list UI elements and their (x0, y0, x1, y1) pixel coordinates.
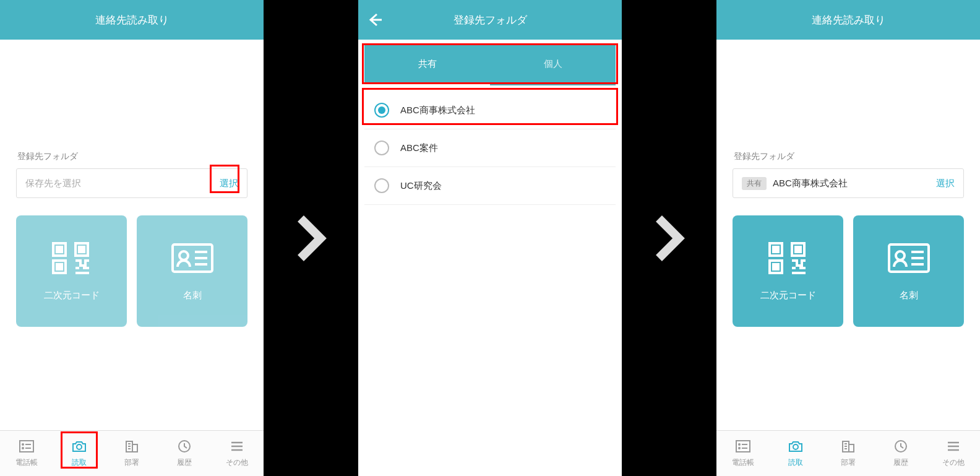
list-icon (19, 439, 35, 455)
nav-label: 読取 (72, 457, 87, 468)
svg-rect-3 (79, 247, 84, 252)
folder-field[interactable]: 共有 ABC商事株式会社 選択 (733, 168, 964, 198)
folder-item[interactable]: UC研究会 (364, 167, 616, 205)
shared-badge: 共有 (742, 177, 767, 190)
nav-history[interactable]: 履歴 (158, 431, 211, 476)
select-button[interactable]: 選択 (220, 178, 238, 189)
svg-rect-29 (796, 247, 801, 252)
qr-tile-label: 二次元コード (44, 290, 100, 301)
arrow-gap (622, 0, 716, 476)
nav-label: 部署 (841, 457, 856, 468)
building-icon (124, 439, 140, 455)
folder-label: ABC商事株式会社 (400, 105, 475, 116)
svg-point-12 (22, 444, 24, 445)
tab-shared[interactable]: 共有 (364, 45, 490, 85)
svg-point-14 (22, 448, 24, 449)
header: 登録先フォルダ (358, 0, 622, 40)
nav-label: 履歴 (177, 457, 192, 468)
page-title: 連絡先読み取り (95, 13, 169, 27)
radio-icon[interactable] (374, 178, 389, 193)
card-tile[interactable]: 名刺 (137, 215, 247, 327)
content: 共有 個人 ABC商事株式会社 ABC案件 UC研究会 (358, 40, 622, 476)
folder-section-label: 登録先フォルダ (716, 151, 980, 168)
chevron-right-icon (296, 214, 327, 263)
svg-point-7 (179, 251, 188, 260)
nav-label: その他 (226, 457, 248, 468)
scan-tiles: 二次元コード 名刺 (716, 198, 980, 327)
clock-icon (893, 439, 909, 455)
nav-label: 履歴 (893, 457, 908, 468)
folder-value: ABC商事株式会社 (773, 178, 930, 189)
scan-tiles: 二次元コード 名刺 (0, 198, 264, 327)
card-tile[interactable]: 名刺 (853, 215, 964, 327)
content: 登録先フォルダ 保存先を選択 選択 二次元コード (0, 40, 264, 430)
nav-other[interactable]: その他 (927, 431, 980, 476)
svg-rect-44 (849, 444, 854, 452)
qr-tile-label: 二次元コード (760, 290, 816, 301)
svg-point-40 (739, 448, 740, 449)
qr-icon (49, 241, 94, 277)
qr-tile[interactable]: 二次元コード (16, 215, 127, 327)
svg-rect-18 (132, 444, 137, 452)
folder-section-label: 登録先フォルダ (0, 151, 264, 168)
svg-point-42 (793, 444, 798, 449)
svg-point-33 (896, 251, 905, 260)
building-icon (840, 439, 856, 455)
qr-tile[interactable]: 二次元コード (733, 215, 843, 327)
page-title: 連絡先読み取り (812, 13, 885, 27)
svg-rect-5 (57, 264, 62, 269)
nav-label: 読取 (788, 457, 803, 468)
svg-point-16 (77, 444, 82, 449)
nav-contacts[interactable]: 電話帳 (0, 431, 53, 476)
nav-dept[interactable]: 部署 (105, 431, 158, 476)
radio-checked-icon[interactable] (374, 103, 389, 118)
bottom-nav: 電話帳 読取 部署 履歴 その他 (0, 430, 264, 476)
nav-label: 部署 (124, 457, 139, 468)
list-icon (735, 439, 751, 455)
back-button[interactable] (367, 12, 383, 28)
folder-item[interactable]: ABC商事株式会社 (364, 92, 616, 129)
nav-scan[interactable]: 読取 (769, 431, 822, 476)
clock-icon (176, 439, 192, 455)
arrow-gap (264, 0, 358, 476)
camera-icon (71, 439, 87, 455)
bottom-nav: 電話帳 読取 部署 履歴 その他 (716, 430, 980, 476)
screen-result: 連絡先読み取り 登録先フォルダ 共有 ABC商事株式会社 選択 二次元コード (716, 0, 980, 476)
nav-contacts[interactable]: 電話帳 (716, 431, 769, 476)
screen-folders: 登録先フォルダ 共有 個人 ABC商事株式会社 ABC案件 UC研究会 (358, 0, 622, 476)
id-card-icon (887, 241, 931, 277)
nav-label: 電話帳 (732, 457, 754, 468)
svg-rect-11 (20, 441, 33, 452)
svg-point-38 (739, 444, 740, 445)
svg-rect-37 (736, 441, 750, 452)
folder-tabs: 共有 個人 (364, 45, 616, 85)
menu-icon (229, 439, 245, 455)
nav-history[interactable]: 履歴 (875, 431, 927, 476)
folder-field[interactable]: 保存先を選択 選択 (16, 168, 247, 198)
tab-personal[interactable]: 個人 (490, 45, 616, 85)
nav-other[interactable]: その他 (211, 431, 264, 476)
chevron-right-icon (654, 214, 685, 263)
nav-dept[interactable]: 部署 (822, 431, 874, 476)
nav-scan[interactable]: 読取 (53, 431, 105, 476)
svg-rect-1 (57, 247, 62, 252)
folder-item[interactable]: ABC案件 (364, 129, 616, 167)
folder-label: ABC案件 (400, 142, 438, 154)
radio-icon[interactable] (374, 141, 389, 155)
folder-placeholder: 保存先を選択 (25, 178, 213, 189)
content: 登録先フォルダ 共有 ABC商事株式会社 選択 二次元コード (716, 40, 980, 430)
svg-rect-31 (773, 264, 778, 269)
header: 連絡先読み取り (716, 0, 980, 40)
svg-rect-27 (773, 247, 778, 252)
nav-label: 電話帳 (15, 457, 38, 468)
folder-label: UC研究会 (400, 180, 442, 192)
camera-icon (788, 439, 804, 455)
card-tile-label: 名刺 (183, 290, 202, 301)
card-tile-label: 名刺 (900, 290, 918, 301)
menu-icon (945, 439, 961, 455)
select-button[interactable]: 選択 (936, 178, 955, 189)
qr-icon (766, 241, 810, 277)
screen-scan: 連絡先読み取り 登録先フォルダ 保存先を選択 選択 二次元コード (0, 0, 264, 476)
id-card-icon (170, 241, 215, 277)
nav-label: その他 (942, 457, 965, 468)
